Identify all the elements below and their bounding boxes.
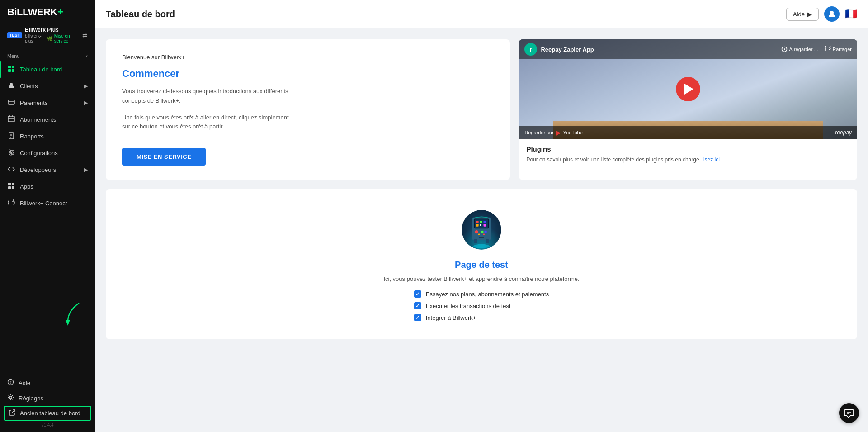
svg-rect-1 xyxy=(12,66,14,68)
account-sub: billwerk-plus 🌿 Mise en service xyxy=(25,33,80,43)
paiements-icon xyxy=(7,99,15,107)
svg-rect-7 xyxy=(8,116,14,122)
reepay-logo-r: r xyxy=(524,43,537,56)
play-button[interactable] xyxy=(676,77,700,101)
svg-point-45 xyxy=(484,231,486,233)
sidebar-item-billwerk-connect[interactable]: Billwerk+ Connect xyxy=(0,195,95,212)
status-dot: 🌿 xyxy=(47,36,52,41)
svg-point-28 xyxy=(9,396,12,399)
svg-rect-22 xyxy=(12,183,14,185)
play-triangle-icon xyxy=(684,84,693,95)
content-area: Bienvenue sur Billwerk+ Commencer Vous t… xyxy=(95,28,868,350)
connect-icon xyxy=(7,199,15,208)
check-item-1: ✓ Essayez nos plans, abonnements et paie… xyxy=(414,290,549,298)
svg-rect-0 xyxy=(8,66,11,68)
check-item-2: ✓ Exécuter les transactions de test xyxy=(414,302,549,309)
video-share[interactable]: Partager xyxy=(825,46,852,52)
welcome-desc2: Une fois que vous êtes prêt à aller en d… xyxy=(122,113,294,132)
page-title: Tableau de bord xyxy=(106,9,175,19)
svg-line-29 xyxy=(12,410,15,413)
svg-rect-49 xyxy=(474,239,477,243)
youtube-icon: ▶ xyxy=(556,129,561,136)
user-avatar[interactable] xyxy=(824,6,840,22)
sidebar-item-clients[interactable]: Clients ▶ xyxy=(0,78,95,95)
svg-point-46 xyxy=(478,233,480,235)
sidebar-item-developpeurs[interactable]: Développeurs ▶ xyxy=(0,161,95,178)
svg-rect-2 xyxy=(8,69,11,72)
green-arrow-icon xyxy=(61,301,86,330)
plugins-desc: Pour en savoir plus et voir une liste co… xyxy=(526,156,850,164)
svg-marker-25 xyxy=(66,320,70,326)
configurations-icon xyxy=(7,149,15,157)
svg-point-18 xyxy=(9,150,11,152)
sidebar-bottom: ? Aide Réglages Ancien tableau de bord v… xyxy=(0,371,95,432)
sidebar-item-aide[interactable]: ? Aide xyxy=(0,375,95,390)
sidebar-item-abonnements[interactable]: Abonnements xyxy=(0,111,95,128)
arcade-machine-icon xyxy=(459,207,504,252)
svg-rect-5 xyxy=(8,100,14,104)
svg-rect-23 xyxy=(8,186,11,189)
video-top-actions: À regarder ... Partager xyxy=(781,46,852,52)
svg-point-51 xyxy=(473,244,490,248)
sidebar-item-reglages[interactable]: Réglages xyxy=(0,390,95,406)
svg-rect-48 xyxy=(479,237,484,238)
collapse-icon[interactable]: ‹ xyxy=(86,53,88,59)
sidebar-item-ancien-tableau[interactable]: Ancien tableau de bord xyxy=(4,406,91,421)
svg-point-30 xyxy=(830,11,834,14)
svg-point-19 xyxy=(12,152,14,153)
video-thumbnail: r Reepay Zapier App À regarder ... Parta… xyxy=(519,39,857,139)
svg-rect-42 xyxy=(484,224,486,226)
dashboard-icon xyxy=(7,65,15,74)
account-info: TEST Billwerk Plus billwerk-plus 🌿 Mise … xyxy=(7,27,80,43)
language-flag[interactable]: 🇫🇷 xyxy=(845,8,857,20)
svg-rect-39 xyxy=(484,221,486,223)
sidebar-item-configurations[interactable]: Configurations xyxy=(0,145,95,161)
checkbox-3: ✓ xyxy=(414,314,421,321)
checkbox-1: ✓ xyxy=(414,290,421,298)
external-link-icon xyxy=(9,409,15,417)
video-card: r Reepay Zapier App À regarder ... Parta… xyxy=(519,39,857,180)
plugins-title: Plugins xyxy=(526,145,850,153)
sidebar-item-tableau-de-bord[interactable]: Tableau de bord xyxy=(0,61,95,78)
reglages-icon xyxy=(7,394,14,402)
welcome-card: Bienvenue sur Billwerk+ Commencer Vous t… xyxy=(106,39,510,180)
logo-area: BiLLWERK+ xyxy=(0,0,95,23)
svg-point-44 xyxy=(481,231,483,233)
switch-icon[interactable]: ⇄ xyxy=(82,32,88,39)
svg-text:?: ? xyxy=(9,380,12,385)
svg-rect-40 xyxy=(476,224,478,226)
account-name: Billwerk Plus xyxy=(25,27,80,33)
sidebar-item-paiements[interactable]: Paiements ▶ xyxy=(0,95,95,111)
commencer-title: Commencer xyxy=(122,68,179,80)
aide-button[interactable]: Aide ▶ xyxy=(786,8,819,21)
clients-arrow: ▶ xyxy=(84,83,88,89)
svg-rect-38 xyxy=(480,221,482,223)
sidebar-item-rapports[interactable]: Rapports xyxy=(0,128,95,145)
youtube-logo: Regarder sur ▶ YouTube xyxy=(524,129,582,136)
plugins-link[interactable]: lisez ici. xyxy=(702,157,721,163)
account-switcher[interactable]: TEST Billwerk Plus billwerk-plus 🌿 Mise … xyxy=(0,23,95,47)
chat-bubble[interactable] xyxy=(839,403,859,423)
sidebar-item-apps[interactable]: Apps xyxy=(0,178,95,195)
aide-arrow-icon: ▶ xyxy=(807,11,812,18)
check-item-3: ✓ Intégrer à Billwerk+ xyxy=(414,314,549,321)
rapports-icon xyxy=(7,132,15,141)
video-watch-later[interactable]: À regarder ... xyxy=(781,46,818,52)
test-badge: TEST xyxy=(7,32,22,38)
version-label: v1.4.4 xyxy=(0,421,95,429)
sidebar: BiLLWERK+ TEST Billwerk Plus billwerk-pl… xyxy=(0,0,95,432)
svg-rect-37 xyxy=(476,221,478,223)
svg-point-47 xyxy=(483,233,485,235)
svg-rect-50 xyxy=(486,239,489,243)
bienvenue-label: Bienvenue sur Billwerk+ xyxy=(122,54,185,61)
svg-rect-41 xyxy=(480,224,481,226)
svg-rect-24 xyxy=(12,186,14,189)
apps-icon xyxy=(7,182,15,191)
mise-en-service-button[interactable]: MISE EN SERVICE xyxy=(122,148,206,166)
clients-icon xyxy=(7,82,15,90)
video-overlay-top: r Reepay Zapier App À regarder ... Parta… xyxy=(519,39,857,59)
header-actions: Aide ▶ 🇫🇷 xyxy=(786,6,857,22)
main-content: Tableau de bord Aide ▶ 🇫🇷 Bienvenue sur … xyxy=(95,0,868,432)
developpeurs-icon xyxy=(7,166,15,174)
checkbox-2: ✓ xyxy=(414,302,421,309)
